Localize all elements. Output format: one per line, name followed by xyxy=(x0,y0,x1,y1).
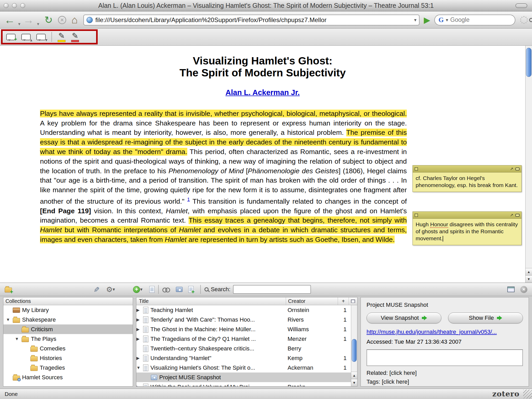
item-row[interactable]: ▶Tenderly' and 'With Care": Thomas Hoo..… xyxy=(136,315,357,324)
item-twisty-icon[interactable]: ▶ xyxy=(136,327,143,332)
go-button[interactable]: ▶ xyxy=(424,15,430,25)
item-twisty-icon[interactable]: ▶ xyxy=(136,384,143,387)
footnote-ref-link[interactable]: 1 xyxy=(187,197,190,202)
url-dropdown-icon[interactable]: ▾ xyxy=(414,17,416,23)
scroll-down-arrow[interactable]: ▼ xyxy=(526,275,532,283)
item-twisty-icon[interactable]: ▶ xyxy=(136,308,143,312)
note-collapse-icon[interactable]: ↗ xyxy=(510,213,513,217)
author-link[interactable]: Alan L. Ackerman Jr. xyxy=(0,88,525,97)
reload-button[interactable]: ↻ xyxy=(44,14,53,26)
zotero-logo-toggle[interactable]: zotero xyxy=(492,390,520,398)
url-text[interactable]: file:///Users/dcohen/Library/Application… xyxy=(95,16,411,24)
attach-snapshot-icon[interactable]: + xyxy=(188,286,197,293)
item-row[interactable]: Twentieth–century Shakespeare criticis..… xyxy=(136,344,357,353)
item-twisty-icon[interactable]: ▶ xyxy=(136,356,143,361)
close-pane-icon[interactable]: × xyxy=(520,286,527,293)
search-magnifier-icon[interactable] xyxy=(529,18,532,22)
item-row[interactable]: ▶Understanding "Hamlet"Kemp1 xyxy=(136,353,357,363)
collection-row-criticism[interactable]: Criticism xyxy=(3,324,133,334)
items-scrollbar[interactable]: ▲ ▼ xyxy=(351,305,357,386)
column-picker-button[interactable] xyxy=(349,297,357,305)
back-button[interactable]: ← xyxy=(4,15,15,25)
accessed-timestamp: Accessed: Tue Mar 27 13:36:43 2007 xyxy=(367,338,523,345)
related-link[interactable]: Related: [click here] xyxy=(367,370,523,376)
column-header-count[interactable]: + xyxy=(338,297,349,305)
forward-button[interactable]: → xyxy=(23,15,34,25)
tags-link[interactable]: Tags: [click here] xyxy=(367,378,523,385)
minimize-window-button[interactable] xyxy=(12,3,17,8)
collection-row-tragedies[interactable]: Tragedies xyxy=(3,363,133,373)
item-twisty-icon[interactable]: ▼ xyxy=(136,365,143,370)
twisty-open-icon[interactable]: ▼ xyxy=(15,337,22,341)
web-search-input[interactable] xyxy=(450,16,527,23)
highlight-text-icon[interactable]: ✎ xyxy=(58,32,65,42)
collections-header[interactable]: Collections xyxy=(3,297,133,305)
twisty-open-icon[interactable]: ▼ xyxy=(6,317,13,322)
new-item-icon[interactable]: +▾ xyxy=(133,286,142,293)
item-row[interactable]: ▼Visualizing Hamlet's Ghost: The Spirit … xyxy=(136,363,357,373)
resize-grip[interactable] xyxy=(523,390,532,398)
item-title: The Ghost in the Machine: Heine Müller..… xyxy=(150,326,288,333)
scroll-up-arrow[interactable]: ▲ xyxy=(526,268,532,275)
new-collection-icon[interactable]: + xyxy=(5,286,15,293)
back-dropdown-icon[interactable]: ▾ xyxy=(18,21,21,28)
item-row[interactable]: Project MUSE Snapshot xyxy=(136,373,357,382)
collection-row-comedies[interactable]: Comedies xyxy=(3,344,133,353)
home-button[interactable]: ⌂ xyxy=(71,14,78,26)
annotation-note[interactable]: ↗ cf. Charles Taylor on Hegel's phenomen… xyxy=(413,165,522,192)
add-annotation-icon[interactable]: + xyxy=(6,34,16,40)
item-row[interactable]: ▶Teaching HamletOrnstein1 xyxy=(136,305,357,315)
item-row[interactable]: ▶The Tragedians of the City? Q1 Hamlet .… xyxy=(136,334,357,344)
collapse-annotations-icon[interactable]: ▴ xyxy=(21,34,31,40)
show-file-button[interactable]: Show File xyxy=(448,312,523,323)
annotation-note-header[interactable]: ↗ xyxy=(413,165,521,172)
collection-row-my-library[interactable]: My Library xyxy=(3,305,133,315)
note-grip-icon[interactable] xyxy=(415,214,418,217)
attachment-url-link[interactable]: http://muse.jhu.edu/journals/theatre_jou… xyxy=(367,329,523,335)
note-grip-icon[interactable] xyxy=(415,167,418,171)
collection-row-hamlet-sources[interactable]: Hamlet Sources xyxy=(3,373,133,382)
items-scrollbar-thumb[interactable] xyxy=(352,339,357,362)
item-creator: Berry xyxy=(288,345,340,352)
scroll-down-arrow[interactable]: ▼ xyxy=(351,379,357,386)
collection-row-shakespeare[interactable]: ▼Shakespeare xyxy=(3,315,133,324)
advanced-search-icon[interactable] xyxy=(204,287,209,291)
annotation-note-text[interactable]: Hugh Honour disagrees with this centrali… xyxy=(413,219,521,245)
content-scrollbar[interactable]: ▲ ▼ xyxy=(525,46,532,283)
content-scrollbar-thumb[interactable] xyxy=(526,48,531,77)
item-row[interactable]: ▶Within the Book and Volume of My Brai..… xyxy=(136,382,357,387)
scroll-up-arrow[interactable]: ▲ xyxy=(351,372,357,379)
stop-button[interactable]: × xyxy=(58,16,66,24)
new-item-from-page-icon[interactable] xyxy=(176,287,183,292)
note-collapse-icon[interactable]: ↗ xyxy=(510,167,513,171)
view-snapshot-button[interactable]: View Snapshot xyxy=(367,312,441,323)
expand-annotations-icon[interactable]: ▾ xyxy=(36,34,46,40)
item-twisty-icon[interactable]: ▶ xyxy=(136,317,143,322)
column-header-title[interactable]: Title xyxy=(136,297,286,305)
collection-row-the-plays[interactable]: ▼The Plays xyxy=(3,334,133,344)
annotation-note-text[interactable]: cf. Charles Taylor on Hegel's phenomenol… xyxy=(413,172,521,192)
close-window-button[interactable] xyxy=(4,3,9,8)
web-search-bar[interactable]: G ▾ xyxy=(434,15,515,25)
annotation-note-header[interactable]: ↗ xyxy=(413,212,521,219)
item-row[interactable]: ▶The Ghost in the Machine: Heine Müller.… xyxy=(136,324,357,334)
toolbar-toggle-pill[interactable] xyxy=(515,3,527,8)
fullscreen-toggle-icon[interactable] xyxy=(507,287,515,292)
attachment-note-box[interactable] xyxy=(367,349,523,366)
actions-gear-icon[interactable]: ⚙▾ xyxy=(106,285,115,294)
annotation-note[interactable]: ↗ Hugh Honour disagrees with this centra… xyxy=(413,211,522,245)
item-twisty-icon[interactable]: ▶ xyxy=(136,336,143,341)
collection-row-histories[interactable]: Histories xyxy=(3,353,133,363)
article-title: Visualizing Hamlet's Ghost: The Spirit o… xyxy=(0,55,525,79)
item-count: 1 xyxy=(340,355,350,362)
zotero-search-input[interactable] xyxy=(233,285,311,294)
forward-dropdown-icon[interactable]: ▾ xyxy=(37,21,39,28)
attach-link-icon[interactable] xyxy=(162,287,170,292)
new-note-icon[interactable] xyxy=(149,286,155,293)
tag-selector-icon[interactable]: ✎ xyxy=(93,285,99,294)
address-bar[interactable]: file:///Users/dcohen/Library/Application… xyxy=(83,15,420,25)
unhighlight-text-icon[interactable]: ✎ xyxy=(71,32,79,42)
column-header-creator[interactable]: Creator xyxy=(286,297,338,305)
zoom-window-button[interactable] xyxy=(20,3,25,8)
search-engine-dropdown-icon[interactable]: ▾ xyxy=(446,17,448,23)
